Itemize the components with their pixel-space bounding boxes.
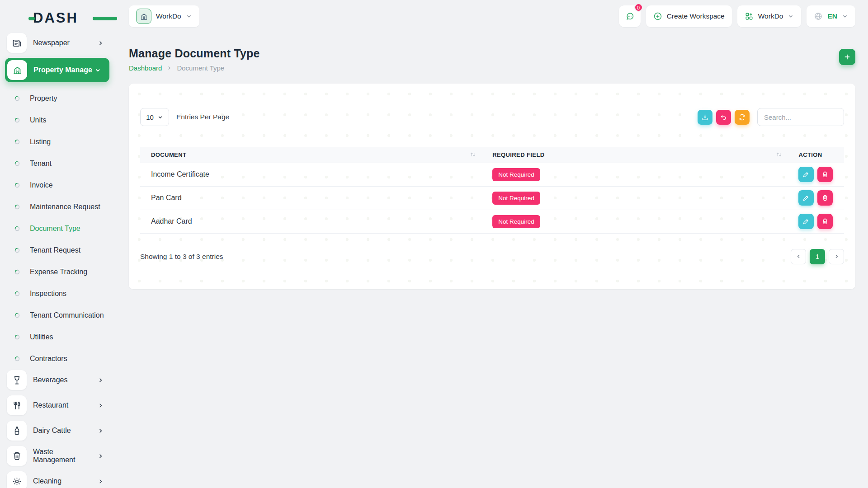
sidebar-menu: Newspaper Property Manage Property Units…	[7, 33, 108, 488]
messages-count-badge: 0	[634, 3, 643, 12]
column-header-action[interactable]: ACTION	[788, 147, 844, 163]
previous-page-button[interactable]	[791, 249, 806, 264]
sort-icon	[470, 151, 476, 158]
building-icon	[136, 9, 151, 24]
bullet-icon	[14, 356, 20, 361]
undo-icon	[720, 113, 727, 121]
language-selector[interactable]: EN	[807, 5, 855, 27]
sidebar-item-waste-management[interactable]: Waste Management	[7, 446, 108, 466]
sidebar-item-property-manage[interactable]: Property Manage	[5, 58, 109, 82]
table-toolbar: 10 Entries Per Page	[140, 84, 844, 126]
document-cell: Income Certificate	[140, 163, 481, 186]
chevron-right-icon	[97, 427, 104, 434]
sidebar-item-newspaper[interactable]: Newspaper	[7, 33, 108, 53]
beverages-icon	[7, 370, 27, 390]
sidebar-item-beverages[interactable]: Beverages	[7, 370, 108, 390]
workdo-menu[interactable]: WorkDo	[737, 5, 802, 27]
chevron-down-icon	[186, 13, 192, 19]
edit-button[interactable]	[798, 167, 814, 182]
status-badge: Not Required	[492, 192, 540, 205]
create-workspace-button[interactable]: Create Workspace	[646, 5, 732, 27]
messages-button[interactable]: 0	[619, 5, 641, 27]
chevron-right-icon	[97, 377, 104, 384]
sidebar-item-expense-tracking[interactable]: Expense Tracking	[7, 261, 108, 283]
export-button[interactable]	[698, 110, 712, 125]
chevron-right-icon	[97, 402, 104, 409]
workspace-switcher[interactable]: WorkDo	[129, 5, 199, 27]
column-header-required-field[interactable]: REQUIRED FIELD	[481, 147, 788, 163]
edit-button[interactable]	[798, 214, 814, 229]
action-cell	[788, 163, 844, 186]
waste-management-icon	[7, 446, 27, 466]
entries-per-page-select[interactable]: 10	[140, 108, 169, 126]
required-field-cell: Not Required	[481, 186, 788, 210]
chevron-down-icon	[157, 114, 163, 120]
pagination: 1	[791, 249, 844, 264]
sidebar-item-restaurant[interactable]: Restaurant	[7, 395, 108, 416]
bullet-icon	[14, 291, 20, 296]
delete-button[interactable]	[817, 214, 833, 229]
language-label: EN	[827, 12, 837, 20]
delete-button[interactable]	[817, 167, 833, 182]
action-cell	[788, 210, 844, 233]
trash-icon	[821, 171, 829, 178]
sort-icon	[776, 151, 782, 158]
bullet-icon	[14, 313, 20, 318]
brand-logo[interactable]: DASH	[33, 8, 105, 28]
sidebar-item-utilities[interactable]: Utilities	[7, 326, 108, 348]
sidebar-item-listing[interactable]: Listing	[7, 131, 108, 153]
add-document-type-button[interactable]	[839, 49, 855, 65]
chevron-right-icon	[97, 478, 104, 485]
chat-icon	[625, 12, 634, 21]
bullet-icon	[14, 139, 20, 145]
breadcrumb-dashboard-link[interactable]: Dashboard	[129, 64, 162, 72]
action-cell	[788, 186, 844, 210]
bullet-icon	[14, 248, 20, 253]
sidebar-item-dairy-cattle[interactable]: Dairy Cattle	[7, 420, 108, 441]
table-header: DOCUMENT REQUIRED FIELD ACTION	[140, 147, 844, 163]
page-1-button[interactable]: 1	[810, 249, 825, 264]
sidebar-item-tenant-request[interactable]: Tenant Request	[7, 239, 108, 261]
sidebar-item-inspections[interactable]: Inspections	[7, 283, 108, 305]
sidebar-item-contractors[interactable]: Contractors	[7, 348, 108, 370]
page-header: Manage Document Type Dashboard Document …	[129, 47, 855, 72]
delete-button[interactable]	[817, 190, 833, 206]
download-icon	[701, 113, 709, 121]
grid-plus-icon	[745, 12, 754, 21]
sidebar: DASH Newspaper Property Manage Property …	[0, 0, 114, 488]
topbar-actions: 0 Create Workspace WorkDo	[619, 5, 855, 27]
logo-accent-dot	[28, 17, 35, 20]
document-type-table: DOCUMENT REQUIRED FIELD ACTION Income Ce…	[140, 147, 844, 234]
bullet-icon	[14, 334, 20, 340]
workdo-menu-label: WorkDo	[758, 12, 783, 20]
next-page-button[interactable]	[829, 249, 844, 264]
column-header-document[interactable]: DOCUMENT	[140, 147, 481, 163]
pencil-icon	[802, 171, 810, 178]
toolbar-actions	[694, 108, 844, 126]
chevron-right-icon	[97, 40, 104, 47]
reset-button[interactable]	[716, 110, 731, 125]
chevron-down-icon	[94, 67, 101, 74]
restaurant-icon	[7, 395, 27, 415]
sidebar-item-cleaning[interactable]: Cleaning	[7, 471, 108, 488]
chevron-left-icon	[796, 253, 802, 259]
search-input[interactable]	[757, 108, 844, 126]
sidebar-item-units[interactable]: Units	[7, 109, 108, 131]
refresh-icon	[738, 113, 746, 121]
refresh-button[interactable]	[735, 110, 750, 125]
sidebar-item-maintenance-request[interactable]: Maintenance Request	[7, 196, 108, 218]
sidebar-item-invoice[interactable]: Invoice	[7, 174, 108, 196]
dairy-cattle-icon	[7, 421, 27, 441]
pencil-icon	[802, 218, 810, 225]
sidebar-item-property[interactable]: Property	[7, 88, 108, 109]
entries-summary: Showing 1 to 3 of 3 entries	[140, 253, 223, 261]
bullet-icon	[14, 96, 20, 101]
chevron-right-icon	[166, 65, 172, 71]
edit-button[interactable]	[798, 190, 814, 206]
property-manage-icon	[7, 60, 27, 80]
cleaning-icon	[7, 471, 27, 488]
sidebar-item-document-type[interactable]: Document Type	[7, 218, 108, 239]
chevron-down-icon	[788, 13, 794, 19]
sidebar-item-tenant-communication[interactable]: Tenant Communication	[7, 305, 108, 326]
sidebar-item-tenant[interactable]: Tenant	[7, 153, 108, 174]
